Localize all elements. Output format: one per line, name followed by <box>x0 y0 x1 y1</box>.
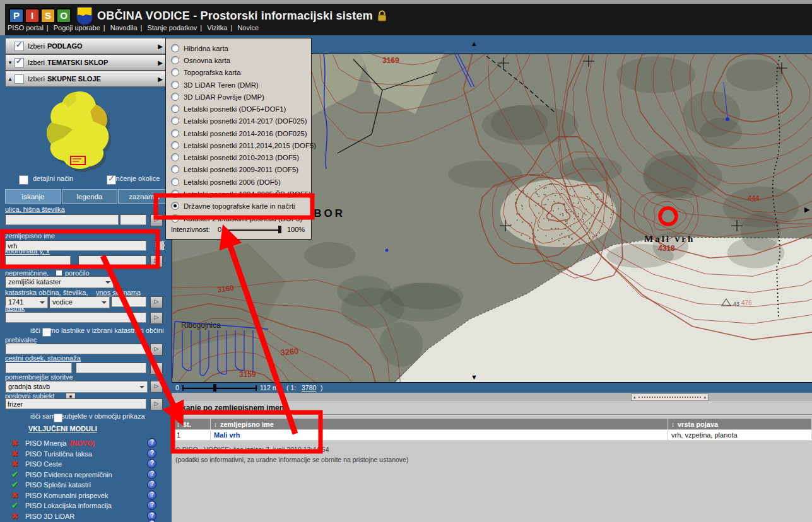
radio-icon[interactable] <box>171 56 179 64</box>
menu-item-vizitka[interactable]: Vizitka <box>207 24 227 32</box>
layer-option-hibridna[interactable]: Hibridna karta <box>171 42 228 54</box>
layer-option-2011-2015[interactable]: Letalski posnetki 2011,2014,2015 (DOF5) <box>171 139 316 151</box>
expand-right-icon[interactable]: ▶ <box>158 59 163 66</box>
sort-icon[interactable] <box>214 420 220 428</box>
section-bar-skupni-sloji[interactable]: ▲ Izberi SKUPNE SLOJE ▶ <box>5 71 167 87</box>
expand-right-icon[interactable]: ▶ <box>158 76 163 83</box>
module-komunalni-prispevek[interactable]: PISO Komunalni prispevek <box>11 490 108 500</box>
koordinata-x-input[interactable] <box>78 255 146 266</box>
prebivalec-search-button[interactable]: ▷ <box>150 344 163 356</box>
module-splosni-katastri[interactable]: PISO Splošni katastri <box>11 480 91 489</box>
zoom-slider-handle[interactable] <box>213 384 216 392</box>
layer-option-2010-2013[interactable]: Letalski posnetki 2010-2013 (DOF5) <box>171 151 299 163</box>
nepremicnine-select[interactable]: zemljiški kataster <box>5 276 114 288</box>
help-icon[interactable] <box>147 449 156 458</box>
koordinata-y-input[interactable] <box>5 255 71 266</box>
intensity-slider-handle[interactable] <box>278 226 281 233</box>
koordinata-label[interactable]: koordinata y, x <box>5 247 50 255</box>
collapse-down-icon[interactable]: ▼ <box>6 60 15 66</box>
menu-item-novice[interactable]: Novice <box>237 24 259 32</box>
ko-name-select[interactable]: vodice <box>49 296 110 308</box>
pan-down-arrow[interactable]: ▼ <box>471 374 478 381</box>
ulica-input[interactable] <box>5 214 119 225</box>
menu-item-stanje-podatkov[interactable]: Stanje podatkov <box>147 24 197 32</box>
help-icon[interactable] <box>147 519 156 522</box>
tematski-checkbox[interactable] <box>15 58 24 67</box>
radio-icon[interactable] <box>171 117 179 125</box>
zemljepisno-area-button[interactable] <box>155 241 165 250</box>
pan-right-arrow[interactable]: ▶ <box>804 206 809 213</box>
layer-option-lidar-povrsje[interactable]: 3D LiDAR Površje (DMP) <box>171 91 264 103</box>
radio-icon[interactable] <box>171 129 179 137</box>
layer-option-2014-2016[interactable]: Letalski posnetki 2014-2016 (DOF025) <box>171 127 307 139</box>
layer-option-kataster-posnetki[interactable]: Kataster z letalskimi posnetki (DOF5) <box>171 212 302 224</box>
vnos-seznama-link[interactable]: vnos seznama <box>96 289 141 296</box>
prebivalec-label[interactable]: prebivalec <box>5 336 37 344</box>
storitve-search-button[interactable]: ▷ <box>150 381 163 393</box>
help-icon[interactable] <box>147 480 156 489</box>
podlago-checkbox[interactable] <box>15 42 24 51</box>
zoom-slider-track[interactable] <box>183 388 256 389</box>
module-ceste[interactable]: PISO Ceste <box>11 459 62 468</box>
result-name-link[interactable]: Mali vrh <box>214 431 240 439</box>
parcela-search-button[interactable]: ▷ <box>150 296 163 308</box>
skupni-checkbox[interactable] <box>15 74 24 84</box>
help-icon[interactable] <box>147 459 156 468</box>
menu-item-pogoji-uporabe[interactable]: Pogoji uporabe <box>54 24 100 32</box>
tab-legenda[interactable]: legenda <box>62 189 117 204</box>
prebivalec-input[interactable] <box>5 344 146 354</box>
radio-icon[interactable] <box>171 141 179 149</box>
layer-option-dof5-dof1[interactable]: Letalski posnetki (DOF5+DOF1) <box>171 103 286 115</box>
help-icon[interactable] <box>147 501 156 510</box>
tab-zaznamki[interactable]: zaznamki <box>118 189 170 204</box>
radio-icon[interactable] <box>171 153 179 161</box>
column-header-st[interactable]: št. <box>174 419 210 429</box>
layer-option-2009-2011[interactable]: Letalski posnetki 2009-2011 (DOF5) <box>171 163 298 175</box>
cestni-odsek-input[interactable] <box>5 362 72 373</box>
tab-iskanje[interactable]: iskanje <box>5 189 61 204</box>
help-icon[interactable] <box>147 490 156 500</box>
module-clipped[interactable] <box>11 519 25 522</box>
poslovni-subjekt-input[interactable] <box>5 398 146 409</box>
storitve-select[interactable]: gradnja stavb <box>5 381 148 393</box>
cestni-search-button[interactable]: ▷ <box>150 362 163 374</box>
layer-option-topografska[interactable]: Topografska karta <box>171 66 241 78</box>
layer-option-drzavne-topografske[interactable]: Državne topografske karte in načrti <box>171 200 295 212</box>
stacionaza-input[interactable] <box>76 362 146 373</box>
module-evidenca-nepremicnin[interactable]: PISO Evidenca nepremičnin <box>11 470 112 479</box>
radio-icon[interactable] <box>171 105 179 113</box>
column-header-vrsta-pojava[interactable]: vrsta pojava <box>668 419 811 429</box>
results-panel-splitter[interactable]: ▴ ▴ <box>631 393 709 401</box>
collapse-up-icon[interactable]: ▲ <box>6 76 15 82</box>
hisna-stevilka-input[interactable] <box>120 214 146 225</box>
pan-up-arrow[interactable]: ▲ <box>471 40 478 47</box>
ulica-search-button[interactable]: ▷ <box>150 214 163 226</box>
layer-option-2014-2017[interactable]: Letalski posnetki 2014-2017 (DOF025) <box>171 115 307 127</box>
radio-icon[interactable] <box>171 165 179 173</box>
radio-icon[interactable] <box>171 93 179 101</box>
intensity-slider-track[interactable] <box>224 229 279 231</box>
ulica-label[interactable]: ulica, hišna številka <box>5 206 65 213</box>
section-bar-podlago[interactable]: Izberi PODLAGO ▶ <box>5 38 167 54</box>
menu-item-navodila[interactable]: Navodila <box>110 24 138 32</box>
municipality-overview-map[interactable] <box>35 88 136 173</box>
radio-icon[interactable] <box>171 190 179 198</box>
poslovni-search-button[interactable]: ▷ <box>150 398 163 410</box>
radio-icon[interactable] <box>171 68 179 76</box>
radio-selected-icon[interactable] <box>171 202 179 210</box>
radio-icon[interactable] <box>171 44 179 52</box>
layer-option-osnovna[interactable]: Osnovna karta <box>171 54 230 66</box>
koordinata-go-button[interactable]: ▷ <box>150 255 163 267</box>
help-icon[interactable] <box>147 438 156 448</box>
radio-icon[interactable] <box>171 178 179 186</box>
sort-icon[interactable] <box>671 420 678 428</box>
module-lokacijska-informacija[interactable]: PISO Lokacijska informacija <box>11 501 112 510</box>
lastnik-label[interactable]: lastnik <box>5 304 25 312</box>
sort-icon[interactable] <box>177 420 183 428</box>
layer-option-2006[interactable]: Letalski posnetki 2006 (DOF5) <box>171 176 281 188</box>
parcela-input[interactable] <box>111 296 146 307</box>
help-icon[interactable] <box>147 470 156 479</box>
layer-option-lidar-teren[interactable]: 3D LiDAR Teren (DMR) <box>171 79 259 91</box>
module-turisticna-taksa[interactable]: PISO Turistična taksa <box>11 449 92 458</box>
detajlni-nacin-checkbox[interactable] <box>19 175 28 185</box>
